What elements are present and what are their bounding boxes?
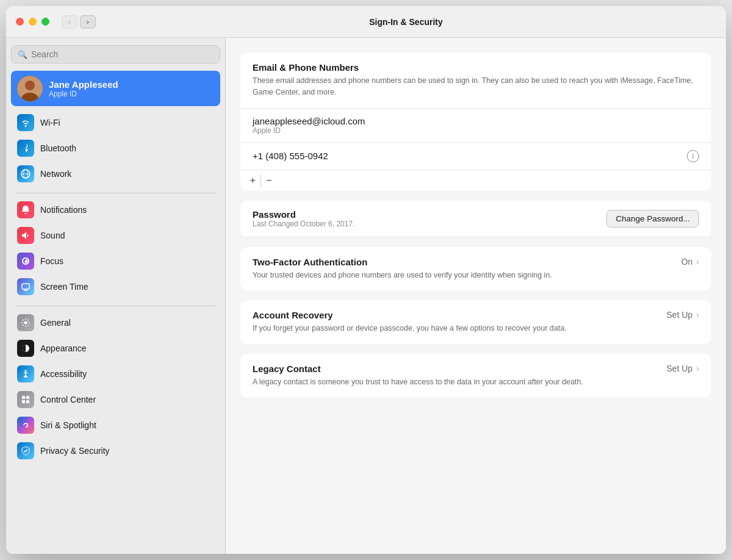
- sound-icon: [17, 227, 34, 244]
- tfa-status: On ›: [681, 257, 699, 267]
- screentime-icon: [17, 278, 34, 295]
- svg-rect-6: [22, 284, 29, 289]
- user-profile-item[interactable]: Jane Appleseed Apple ID: [11, 71, 220, 106]
- avatar: [17, 76, 43, 101]
- sidebar-item-appearance[interactable]: Appearance: [11, 336, 220, 361]
- close-button[interactable]: [16, 18, 24, 26]
- search-bar[interactable]: 🔍: [11, 45, 220, 63]
- sidebar-item-accessibility[interactable]: Accessibility: [11, 361, 220, 387]
- change-password-button[interactable]: Change Password...: [606, 210, 699, 228]
- email-address: janeappleseed@icloud.com: [253, 116, 699, 126]
- back-button[interactable]: ‹: [62, 15, 77, 29]
- sidebar: 🔍 Jane Appleseed Apple ID: [6, 38, 226, 554]
- legacy-action: Set Up ›: [667, 364, 699, 373]
- sidebar-item-label: Focus: [40, 256, 63, 266]
- email-phone-desc: These email addresses and phone numbers …: [253, 75, 699, 98]
- svg-point-10: [25, 370, 27, 372]
- sidebar-section-notifications: Notifications Sound: [11, 197, 220, 300]
- legacy-card[interactable]: Legacy Contact A legacy contact is someo…: [240, 354, 711, 398]
- remove-button[interactable]: −: [261, 174, 277, 187]
- email-label: Apple ID: [253, 126, 699, 135]
- svg-rect-12: [26, 396, 29, 399]
- appearance-icon: [17, 340, 34, 357]
- notifications-icon: [17, 201, 34, 218]
- sidebar-divider-2: [16, 306, 215, 306]
- sidebar-item-label: General: [40, 318, 71, 328]
- sidebar-item-sound[interactable]: Sound: [11, 223, 220, 248]
- sidebar-divider: [16, 193, 215, 193]
- legacy-title: Legacy Contact: [253, 364, 583, 374]
- accessibility-icon: [17, 365, 34, 382]
- tfa-text: Two-Factor Authentication Your trusted d…: [253, 257, 552, 281]
- svg-point-15: [21, 421, 30, 429]
- recovery-row[interactable]: Account Recovery If you forget your pass…: [240, 300, 711, 344]
- chevron-right-icon: ›: [696, 310, 699, 320]
- user-subtitle: Apple ID: [49, 90, 118, 98]
- user-info: Jane Appleseed Apple ID: [49, 79, 118, 98]
- search-icon: 🔍: [18, 50, 27, 59]
- add-button[interactable]: +: [245, 174, 261, 187]
- password-subtitle: Last Changed October 6, 2017.: [253, 220, 354, 228]
- sidebar-item-label: Accessibility: [40, 369, 87, 379]
- recovery-title: Account Recovery: [253, 310, 567, 320]
- tfa-title: Two-Factor Authentication: [253, 257, 552, 267]
- user-name: Jane Appleseed: [49, 79, 118, 90]
- forward-button[interactable]: ›: [80, 15, 96, 29]
- add-remove-row: + −: [240, 170, 711, 191]
- sidebar-section-general: General Appearance: [11, 310, 220, 464]
- info-icon[interactable]: i: [687, 150, 699, 162]
- search-input[interactable]: [31, 49, 214, 59]
- sidebar-item-controlcenter[interactable]: Control Center: [11, 387, 220, 412]
- detail-panel: Email & Phone Numbers These email addres…: [226, 38, 726, 554]
- general-icon: [17, 314, 34, 331]
- tfa-card[interactable]: Two-Factor Authentication Your trusted d…: [240, 247, 711, 291]
- email-phone-card: Email & Phone Numbers These email addres…: [240, 52, 711, 191]
- chevron-right-icon: ›: [696, 257, 699, 267]
- sidebar-item-label: Screen Time: [40, 282, 88, 292]
- sidebar-item-siri[interactable]: Siri & Spotlight: [11, 412, 220, 438]
- maximize-button[interactable]: [41, 18, 49, 26]
- svg-rect-11: [22, 396, 25, 399]
- tfa-on-label: On: [681, 257, 693, 267]
- minimize-button[interactable]: [29, 18, 37, 26]
- sidebar-item-label: Control Center: [40, 395, 96, 404]
- password-title: Password: [253, 209, 354, 220]
- email-phone-header: Email & Phone Numbers These email addres…: [240, 52, 711, 109]
- sidebar-item-wifi[interactable]: Wi-Fi: [11, 110, 220, 135]
- privacy-icon: [17, 442, 34, 459]
- sidebar-item-label: Siri & Spotlight: [40, 420, 96, 430]
- phone-number: +1 (408) 555-0942: [253, 151, 328, 161]
- sidebar-item-label: Wi-Fi: [40, 118, 60, 127]
- controlcenter-icon: [17, 391, 34, 408]
- recovery-card[interactable]: Account Recovery If you forget your pass…: [240, 300, 711, 344]
- legacy-setup-label: Set Up: [667, 364, 693, 373]
- settings-window: ‹ › Sign-In & Security 🔍: [6, 6, 726, 554]
- sidebar-item-label: Bluetooth: [40, 143, 76, 153]
- sidebar-item-network[interactable]: Network: [11, 161, 220, 187]
- main-content: 🔍 Jane Appleseed Apple ID: [6, 38, 726, 554]
- sidebar-item-label: Sound: [40, 231, 65, 240]
- sidebar-item-label: Network: [40, 169, 71, 179]
- password-info: Password Last Changed October 6, 2017.: [253, 209, 354, 228]
- legacy-desc: A legacy contact is someone you trust to…: [253, 376, 583, 388]
- svg-point-8: [24, 321, 27, 325]
- sidebar-item-privacy[interactable]: Privacy & Security: [11, 438, 220, 464]
- sidebar-item-general[interactable]: General: [11, 310, 220, 336]
- legacy-row[interactable]: Legacy Contact A legacy contact is someo…: [240, 354, 711, 398]
- phone-row: +1 (408) 555-0942 i: [240, 143, 711, 170]
- sidebar-item-label: Privacy & Security: [40, 446, 110, 456]
- siri-icon: [17, 417, 34, 434]
- email-entry: janeappleseed@icloud.com Apple ID: [240, 109, 711, 143]
- sidebar-item-focus[interactable]: Focus: [11, 248, 220, 274]
- svg-rect-14: [26, 400, 29, 403]
- sidebar-item-screentime[interactable]: Screen Time: [11, 274, 220, 300]
- sidebar-item-label: Notifications: [40, 205, 87, 215]
- svg-rect-13: [22, 400, 25, 403]
- traffic-lights: [16, 18, 49, 26]
- sidebar-item-notifications[interactable]: Notifications: [11, 197, 220, 223]
- tfa-row[interactable]: Two-Factor Authentication Your trusted d…: [240, 247, 711, 291]
- nav-buttons: ‹ ›: [62, 15, 96, 29]
- sidebar-item-bluetooth[interactable]: Bluetooth: [11, 135, 220, 161]
- recovery-setup-label: Set Up: [667, 310, 693, 320]
- tfa-desc: Your trusted devices and phone numbers a…: [253, 270, 552, 281]
